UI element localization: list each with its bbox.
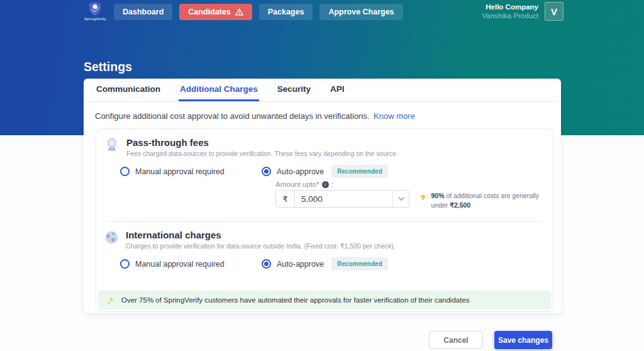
automation-banner: Over 75% of SpringVerify customers have … bbox=[98, 291, 551, 309]
tip-amount: ₹2,500 bbox=[450, 201, 470, 209]
tip-highlight: 90% bbox=[431, 192, 444, 199]
international-subtitle: Charges to provide verification for data… bbox=[126, 242, 396, 250]
globe-icon bbox=[104, 230, 119, 245]
amount-tip-text: 90% of additional costs are generally un… bbox=[431, 191, 545, 209]
recommended-badge: Recommended bbox=[331, 257, 388, 270]
rupee-prefix: ₹ bbox=[276, 191, 295, 207]
manual-radio[interactable] bbox=[120, 167, 130, 176]
auto-label: Auto-approve bbox=[277, 260, 324, 269]
user-text: Hello Company Vanshika Product bbox=[482, 3, 538, 20]
manual-radio[interactable] bbox=[120, 259, 130, 269]
pass-through-text: Pass-through fees Fees charged data-sour… bbox=[126, 137, 398, 157]
international-options: Manual approval required Auto-approve Re… bbox=[120, 257, 388, 270]
pass-through-subtitle: Fees charged data-sources to provide ver… bbox=[126, 150, 398, 157]
user-company: Hello Company bbox=[482, 3, 538, 11]
nav-packages-button[interactable]: Packages bbox=[259, 4, 313, 20]
amount-label-colon: : bbox=[331, 181, 333, 188]
cancel-button[interactable]: Cancel bbox=[429, 331, 483, 349]
nav-candidates-label: Candidates bbox=[188, 8, 230, 16]
auto-radio[interactable] bbox=[262, 259, 271, 269]
amount-select[interactable]: ₹ 5,000 bbox=[275, 190, 409, 208]
pass-through-options: Manual approval required Auto-approve Re… bbox=[120, 165, 388, 178]
amount-tip: 90% of additional costs are generally un… bbox=[419, 191, 545, 209]
international-auto-option[interactable]: Auto-approve Recommended bbox=[262, 257, 388, 270]
nav-approve-charges-button[interactable]: Approve Charges bbox=[319, 4, 402, 20]
amount-upto-label: Amount upto* i : bbox=[275, 181, 333, 188]
nav-candidates-button[interactable]: Candidates bbox=[179, 4, 252, 20]
manual-label: Manual approval required bbox=[135, 167, 225, 176]
manual-label: Manual approval required bbox=[135, 260, 225, 269]
pass-through-title: Pass-through fees bbox=[126, 137, 398, 148]
nav-packages-label: Packages bbox=[268, 8, 304, 16]
intro-description: Configure additional cost approval to av… bbox=[95, 111, 369, 121]
info-icon[interactable]: i bbox=[322, 181, 329, 188]
international-title: International charges bbox=[126, 230, 396, 240]
tab-additional-charges[interactable]: Additional Charges bbox=[179, 79, 259, 101]
top-navbar: SpringVerify Dashboard Candidates Packag… bbox=[0, 0, 644, 24]
shield-logo-icon bbox=[87, 1, 103, 18]
nav-dashboard-label: Dashboard bbox=[123, 8, 164, 16]
international-text: International charges Charges to provide… bbox=[126, 230, 396, 250]
settings-card: Communication Additional Charges Securit… bbox=[84, 79, 561, 313]
page-title: Settings bbox=[84, 60, 132, 74]
pass-through-auto-option[interactable]: Auto-approve Recommended bbox=[262, 165, 388, 178]
tip-body: of additional costs are generally under bbox=[431, 192, 539, 209]
nav-dashboard-button[interactable]: Dashboard bbox=[114, 4, 172, 20]
avatar[interactable]: V bbox=[545, 2, 564, 21]
medal-icon bbox=[104, 137, 120, 155]
auto-radio[interactable] bbox=[262, 167, 271, 176]
charges-panel: Pass-through fees Fees charged data-sour… bbox=[96, 128, 553, 312]
know-more-link[interactable]: Know more bbox=[374, 111, 415, 121]
auto-label: Auto-approve bbox=[277, 167, 324, 176]
sparkle-icon bbox=[106, 296, 116, 305]
pass-through-manual-option[interactable]: Manual approval required bbox=[120, 167, 262, 176]
nav-approve-charges-label: Approve Charges bbox=[328, 8, 394, 16]
amount-value: 5,000 bbox=[295, 191, 392, 207]
international-section-header: International charges Charges to provide… bbox=[104, 230, 396, 250]
warning-icon bbox=[235, 8, 243, 16]
nav-buttons: Dashboard Candidates Packages Approve Ch… bbox=[114, 4, 403, 20]
footer-actions: Cancel Save changes bbox=[429, 331, 552, 349]
brand-wordmark: SpringVerify bbox=[82, 17, 108, 21]
user-block: Hello Company Vanshika Product V bbox=[482, 2, 564, 21]
section-divider bbox=[106, 221, 543, 222]
lightbulb-icon bbox=[419, 191, 426, 203]
chevron-down-icon[interactable] bbox=[392, 191, 409, 207]
tab-api[interactable]: API bbox=[329, 79, 346, 101]
brand-logo[interactable]: SpringVerify bbox=[82, 1, 108, 21]
settings-tabs: Communication Additional Charges Securit… bbox=[84, 79, 561, 102]
banner-text: Over 75% of SpringVerify customers have … bbox=[121, 296, 470, 304]
amount-label-text: Amount upto* bbox=[275, 181, 319, 188]
save-changes-button[interactable]: Save changes bbox=[494, 331, 552, 349]
intro-text: Configure additional cost approval to av… bbox=[95, 111, 550, 121]
international-manual-option[interactable]: Manual approval required bbox=[120, 259, 262, 269]
pass-through-section-header: Pass-through fees Fees charged data-sour… bbox=[104, 137, 398, 157]
tab-security[interactable]: Security bbox=[276, 79, 312, 101]
tab-communication[interactable]: Communication bbox=[95, 79, 162, 101]
user-name: Vanshika Product bbox=[482, 12, 538, 20]
recommended-badge: Recommended bbox=[331, 165, 388, 178]
